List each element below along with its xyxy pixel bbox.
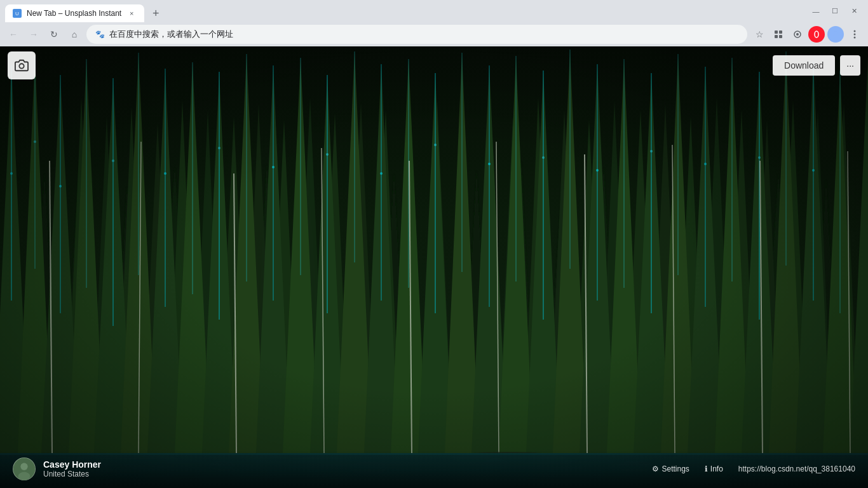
photographer-info: Casey Horner United States <box>13 458 101 480</box>
close-tab-button[interactable]: × <box>126 8 137 18</box>
svg-rect-3 <box>779 35 782 38</box>
extension-icon[interactable] <box>770 26 787 43</box>
gear-icon: ⚙ <box>652 464 659 473</box>
svg-point-173 <box>19 64 24 68</box>
refresh-button[interactable]: ↻ <box>46 26 62 43</box>
address-bar: ← → ↻ ⌂ 🐾 在百度中搜索，或者输入一个网址 ☆ <box>0 22 868 46</box>
svg-point-10 <box>854 34 856 36</box>
svg-point-175 <box>20 463 27 470</box>
tab-title: New Tab – Unsplash Instant <box>27 9 121 18</box>
svg-rect-172 <box>0 46 868 488</box>
minimize-button[interactable]: — <box>807 3 825 20</box>
info-label: Info <box>710 464 723 473</box>
svg-point-11 <box>854 37 856 39</box>
maximize-button[interactable]: ☐ <box>826 3 844 20</box>
screenshot-icon[interactable] <box>789 26 806 43</box>
settings-button[interactable]: ⚙ Settings <box>647 462 694 476</box>
svg-point-9 <box>854 30 856 32</box>
top-overlay-bar: Download ··· <box>0 46 868 85</box>
info-icon: ℹ <box>705 464 708 473</box>
photographer-name: Casey Horner <box>43 459 101 470</box>
window-controls: — ☐ ✕ <box>807 3 863 20</box>
svg-point-5 <box>796 33 799 36</box>
more-menu-icon[interactable] <box>846 26 863 43</box>
bottom-info-bar: Casey Horner United States ⚙ Settings ℹ … <box>0 450 868 488</box>
bottom-right-controls: ⚙ Settings ℹ Info https://blog.csdn.net/… <box>647 462 855 476</box>
photographer-location: United States <box>43 470 101 478</box>
settings-info: ⚙ Settings ℹ Info <box>647 462 728 476</box>
forward-button[interactable]: → <box>25 26 42 43</box>
background-image <box>0 46 868 488</box>
svg-point-176 <box>18 472 31 480</box>
svg-rect-0 <box>775 30 778 34</box>
active-tab[interactable]: U New Tab – Unsplash Instant × <box>5 4 144 22</box>
settings-label: Settings <box>661 464 689 473</box>
opera-icon[interactable] <box>808 26 825 43</box>
home-button[interactable]: ⌂ <box>66 26 83 43</box>
new-tab-button[interactable]: + <box>147 4 165 22</box>
top-right-buttons: Download ··· <box>773 55 860 76</box>
bookmark-icon[interactable]: ☆ <box>751 26 768 43</box>
bottom-link[interactable]: https://blog.csdn.net/qq_38161040 <box>738 464 855 473</box>
more-options-button[interactable]: ··· <box>840 55 860 76</box>
tab-strip: U New Tab – Unsplash Instant × + <box>5 0 804 22</box>
address-input-container[interactable]: 🐾 在百度中搜索，或者输入一个网址 <box>86 25 747 44</box>
profile-icon[interactable] <box>827 26 844 43</box>
tab-favicon: U <box>13 9 22 18</box>
main-content: Download ··· Casey Horner United States … <box>0 46 868 488</box>
browser-chrome: U New Tab – Unsplash Instant × + — ☐ ✕ ←… <box>0 0 868 46</box>
svg-rect-2 <box>775 35 778 38</box>
back-button[interactable]: ← <box>5 26 22 43</box>
title-bar: U New Tab – Unsplash Instant × + — ☐ ✕ <box>0 0 868 22</box>
address-text: 在百度中搜索，或者输入一个网址 <box>109 29 738 40</box>
download-button[interactable]: Download <box>773 55 835 76</box>
camera-button[interactable] <box>8 51 36 79</box>
photographer-text: Casey Horner United States <box>43 459 101 478</box>
info-button[interactable]: ℹ Info <box>700 462 728 476</box>
toolbar-icons: ☆ <box>751 26 863 43</box>
address-favicon: 🐾 <box>95 30 104 39</box>
svg-rect-1 <box>779 30 782 34</box>
avatar <box>13 458 36 480</box>
forest-svg <box>0 46 868 488</box>
close-window-button[interactable]: ✕ <box>845 3 863 20</box>
